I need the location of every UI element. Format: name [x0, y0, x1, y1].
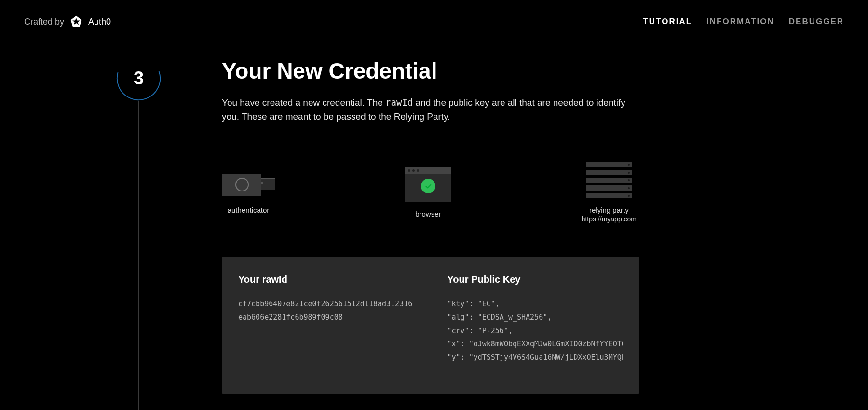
browser-icon [405, 167, 451, 202]
crafted-by-label: Crafted by [24, 17, 64, 27]
page-description: You have created a new credential. The r… [222, 96, 637, 123]
desc-code: rawId [385, 97, 413, 108]
server-icon [586, 162, 632, 198]
flow-diagram: authenticator browser relying party h [222, 162, 637, 223]
page-title: Your New Credential [222, 58, 641, 84]
flow-node-browser: browser [405, 167, 451, 218]
top-nav: TUTORIAL INFORMATION DEBUGGER [643, 17, 844, 27]
rawid-value: cf7cbb96407e821ce0f262561512d118ad312316… [238, 298, 414, 325]
flow-label-browser: browser [415, 210, 441, 218]
publickey-value: "kty": "EC", "alg": "ECDSA_w_SHA256", "c… [448, 298, 624, 365]
flow-connector-1 [284, 184, 396, 184]
step-number-badge: 3 [116, 55, 162, 101]
credential-panels: Your rawId cf7cbb96407e821ce0f262561512d… [222, 257, 639, 394]
panel-public-key: Your Public Key "kty": "EC", "alg": "ECD… [431, 257, 640, 394]
brand: Crafted by Auth0 [24, 14, 111, 29]
flow-connector-2 [460, 184, 573, 184]
brand-name: Auth0 [88, 17, 111, 27]
nav-information[interactable]: INFORMATION [706, 17, 774, 27]
timeline-line [138, 101, 139, 410]
flow-label-authenticator: authenticator [228, 206, 270, 214]
authenticator-icon [222, 171, 275, 198]
auth0-logo-icon [69, 14, 83, 29]
panel-rawid: Your rawId cf7cbb96407e821ce0f262561512d… [222, 257, 431, 394]
flow-label-relying-party: relying party [589, 206, 629, 214]
flow-node-authenticator: authenticator [222, 171, 275, 214]
nav-tutorial[interactable]: TUTORIAL [643, 17, 692, 27]
publickey-title: Your Public Key [448, 274, 624, 285]
flow-relying-party-url: https://myapp.com [582, 215, 637, 223]
check-icon [421, 179, 435, 193]
desc-pre: You have created a new credential. The [222, 97, 385, 108]
flow-node-relying-party: relying party https://myapp.com [582, 162, 637, 223]
nav-debugger[interactable]: DEBUGGER [789, 17, 844, 27]
rawid-title: Your rawId [238, 274, 414, 285]
svg-point-1 [116, 55, 162, 101]
